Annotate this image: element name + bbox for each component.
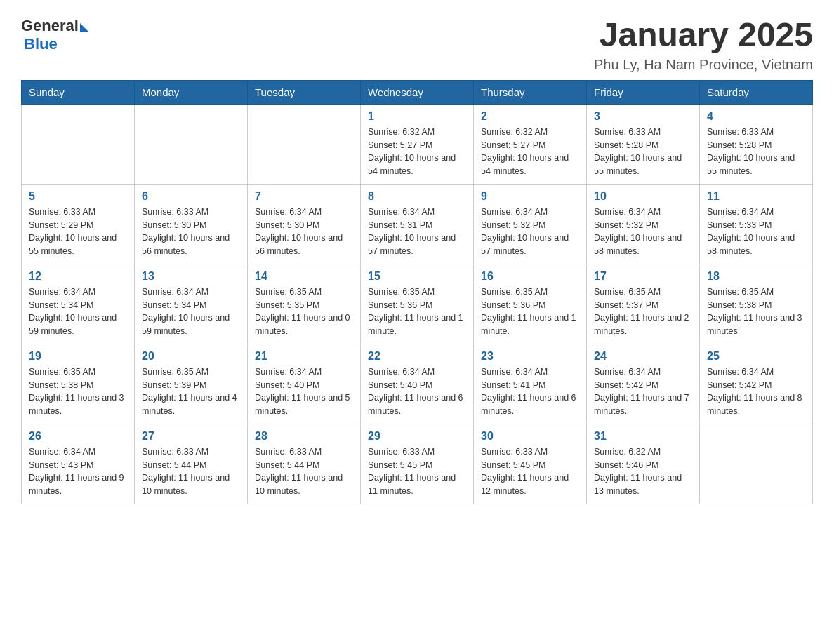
calendar-day-cell: 4Sunrise: 6:33 AMSunset: 5:28 PMDaylight…: [700, 104, 813, 184]
calendar-day-cell: 5Sunrise: 6:33 AMSunset: 5:29 PMDaylight…: [22, 184, 135, 264]
calendar-day-cell: 11Sunrise: 6:34 AMSunset: 5:33 PMDayligh…: [700, 184, 813, 264]
calendar-day-cell: 19Sunrise: 6:35 AMSunset: 5:38 PMDayligh…: [22, 344, 135, 424]
day-info: Sunrise: 6:34 AMSunset: 5:43 PMDaylight:…: [29, 445, 127, 498]
day-number: 29: [368, 430, 466, 443]
day-number: 14: [255, 270, 353, 283]
month-title: January 2025: [594, 17, 813, 54]
day-info: Sunrise: 6:33 AMSunset: 5:28 PMDaylight:…: [594, 126, 692, 178]
calendar-day-cell: 17Sunrise: 6:35 AMSunset: 5:37 PMDayligh…: [587, 264, 700, 344]
day-number: 20: [142, 350, 240, 363]
day-info: Sunrise: 6:34 AMSunset: 5:33 PMDaylight:…: [707, 206, 805, 258]
calendar-day-cell: 16Sunrise: 6:35 AMSunset: 5:36 PMDayligh…: [474, 264, 587, 344]
calendar-week-row: 5Sunrise: 6:33 AMSunset: 5:29 PMDaylight…: [22, 184, 813, 264]
day-number: 3: [594, 110, 692, 123]
day-number: 7: [255, 190, 353, 203]
calendar-day-cell: 10Sunrise: 6:34 AMSunset: 5:32 PMDayligh…: [587, 184, 700, 264]
day-number: 30: [481, 430, 579, 443]
calendar-day-cell: 8Sunrise: 6:34 AMSunset: 5:31 PMDaylight…: [361, 184, 474, 264]
day-info: Sunrise: 6:33 AMSunset: 5:28 PMDaylight:…: [707, 126, 805, 178]
day-info: Sunrise: 6:34 AMSunset: 5:30 PMDaylight:…: [255, 206, 353, 258]
calendar-day-cell: 26Sunrise: 6:34 AMSunset: 5:43 PMDayligh…: [22, 424, 135, 504]
calendar-day-cell: 7Sunrise: 6:34 AMSunset: 5:30 PMDaylight…: [248, 184, 361, 264]
calendar-day-cell: 28Sunrise: 6:33 AMSunset: 5:44 PMDayligh…: [248, 424, 361, 504]
calendar-day-cell: 23Sunrise: 6:34 AMSunset: 5:41 PMDayligh…: [474, 344, 587, 424]
day-info: Sunrise: 6:35 AMSunset: 5:36 PMDaylight:…: [481, 286, 579, 338]
day-number: 13: [142, 270, 240, 283]
calendar-day-cell: 31Sunrise: 6:32 AMSunset: 5:46 PMDayligh…: [587, 424, 700, 504]
day-number: 26: [29, 430, 127, 443]
calendar-day-cell: 21Sunrise: 6:34 AMSunset: 5:40 PMDayligh…: [248, 344, 361, 424]
day-info: Sunrise: 6:33 AMSunset: 5:45 PMDaylight:…: [368, 445, 466, 498]
day-info: Sunrise: 6:33 AMSunset: 5:44 PMDaylight:…: [255, 445, 353, 498]
calendar-day-cell: 20Sunrise: 6:35 AMSunset: 5:39 PMDayligh…: [135, 344, 248, 424]
day-number: 11: [707, 190, 805, 203]
calendar-day-cell: 14Sunrise: 6:35 AMSunset: 5:35 PMDayligh…: [248, 264, 361, 344]
day-info: Sunrise: 6:34 AMSunset: 5:32 PMDaylight:…: [481, 206, 579, 258]
day-info: Sunrise: 6:34 AMSunset: 5:41 PMDaylight:…: [481, 365, 579, 418]
calendar-week-row: 19Sunrise: 6:35 AMSunset: 5:38 PMDayligh…: [22, 344, 813, 424]
day-info: Sunrise: 6:32 AMSunset: 5:27 PMDaylight:…: [481, 126, 579, 178]
day-info: Sunrise: 6:34 AMSunset: 5:34 PMDaylight:…: [142, 286, 240, 338]
calendar-header-row: SundayMondayTuesdayWednesdayThursdayFrid…: [22, 80, 813, 104]
calendar-day-header: Friday: [587, 80, 700, 104]
day-number: 12: [29, 270, 127, 283]
day-number: 27: [142, 430, 240, 443]
day-info: Sunrise: 6:35 AMSunset: 5:36 PMDaylight:…: [368, 286, 466, 338]
calendar-day-cell: 30Sunrise: 6:33 AMSunset: 5:45 PMDayligh…: [474, 424, 587, 504]
day-number: 1: [368, 110, 466, 123]
day-info: Sunrise: 6:33 AMSunset: 5:29 PMDaylight:…: [29, 206, 127, 258]
logo-general: General: [21, 17, 79, 35]
day-number: 17: [594, 270, 692, 283]
calendar-day-cell: 18Sunrise: 6:35 AMSunset: 5:38 PMDayligh…: [700, 264, 813, 344]
logo-blue: Blue: [24, 35, 58, 53]
calendar-day-cell: 2Sunrise: 6:32 AMSunset: 5:27 PMDaylight…: [474, 104, 587, 184]
location-title: Phu Ly, Ha Nam Province, Vietnam: [594, 57, 813, 73]
calendar-day-cell: 1Sunrise: 6:32 AMSunset: 5:27 PMDaylight…: [361, 104, 474, 184]
calendar-day-cell: [248, 104, 361, 184]
day-info: Sunrise: 6:35 AMSunset: 5:37 PMDaylight:…: [594, 286, 692, 338]
day-number: 24: [594, 350, 692, 363]
day-info: Sunrise: 6:32 AMSunset: 5:46 PMDaylight:…: [594, 445, 692, 498]
calendar-day-cell: 6Sunrise: 6:33 AMSunset: 5:30 PMDaylight…: [135, 184, 248, 264]
day-info: Sunrise: 6:33 AMSunset: 5:44 PMDaylight:…: [142, 445, 240, 498]
day-info: Sunrise: 6:35 AMSunset: 5:38 PMDaylight:…: [29, 365, 127, 418]
calendar-week-row: 1Sunrise: 6:32 AMSunset: 5:27 PMDaylight…: [22, 104, 813, 184]
day-number: 23: [481, 350, 579, 363]
day-number: 8: [368, 190, 466, 203]
day-number: 6: [142, 190, 240, 203]
title-section: January 2025 Phu Ly, Ha Nam Province, Vi…: [594, 17, 813, 73]
calendar-day-cell: 22Sunrise: 6:34 AMSunset: 5:40 PMDayligh…: [361, 344, 474, 424]
calendar-day-cell: 24Sunrise: 6:34 AMSunset: 5:42 PMDayligh…: [587, 344, 700, 424]
day-info: Sunrise: 6:34 AMSunset: 5:42 PMDaylight:…: [707, 365, 805, 418]
day-number: 25: [707, 350, 805, 363]
calendar-day-header: Saturday: [700, 80, 813, 104]
day-info: Sunrise: 6:34 AMSunset: 5:31 PMDaylight:…: [368, 206, 466, 258]
day-number: 22: [368, 350, 466, 363]
day-info: Sunrise: 6:34 AMSunset: 5:42 PMDaylight:…: [594, 365, 692, 418]
calendar-day-header: Wednesday: [361, 80, 474, 104]
day-number: 5: [29, 190, 127, 203]
day-number: 10: [594, 190, 692, 203]
calendar-day-header: Tuesday: [248, 80, 361, 104]
calendar-day-cell: [22, 104, 135, 184]
day-number: 28: [255, 430, 353, 443]
calendar-day-cell: 3Sunrise: 6:33 AMSunset: 5:28 PMDaylight…: [587, 104, 700, 184]
day-number: 2: [481, 110, 579, 123]
calendar-day-cell: 12Sunrise: 6:34 AMSunset: 5:34 PMDayligh…: [22, 264, 135, 344]
logo-triangle-icon: [80, 23, 88, 32]
day-number: 31: [594, 430, 692, 443]
calendar-day-header: Sunday: [22, 80, 135, 104]
day-number: 18: [707, 270, 805, 283]
day-number: 16: [481, 270, 579, 283]
day-info: Sunrise: 6:33 AMSunset: 5:30 PMDaylight:…: [142, 206, 240, 258]
calendar-week-row: 12Sunrise: 6:34 AMSunset: 5:34 PMDayligh…: [22, 264, 813, 344]
calendar-day-cell: 9Sunrise: 6:34 AMSunset: 5:32 PMDaylight…: [474, 184, 587, 264]
day-number: 4: [707, 110, 805, 123]
day-info: Sunrise: 6:35 AMSunset: 5:38 PMDaylight:…: [707, 286, 805, 338]
day-info: Sunrise: 6:34 AMSunset: 5:32 PMDaylight:…: [594, 206, 692, 258]
calendar-day-header: Monday: [135, 80, 248, 104]
day-number: 15: [368, 270, 466, 283]
calendar-day-cell: 13Sunrise: 6:34 AMSunset: 5:34 PMDayligh…: [135, 264, 248, 344]
calendar-day-header: Thursday: [474, 80, 587, 104]
day-info: Sunrise: 6:34 AMSunset: 5:34 PMDaylight:…: [29, 286, 127, 338]
